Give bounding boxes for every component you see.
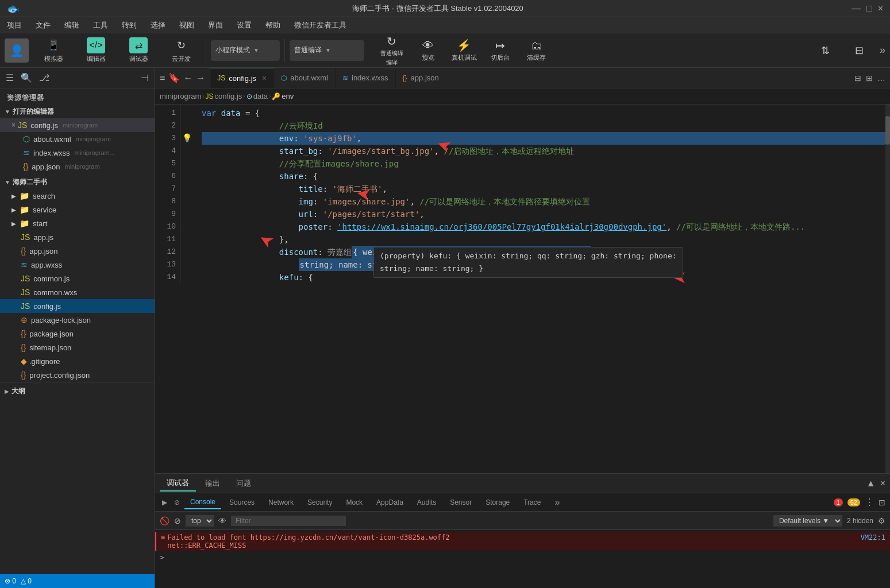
file-common-wxs[interactable]: JS common.wxs <box>0 285 155 299</box>
editor-list-icon[interactable]: ≡ <box>160 73 165 83</box>
clear-button[interactable]: 🗂 清缓存 <box>521 36 552 65</box>
code-editor-container[interactable]: 1 2 3 4 5 6 7 8 9 10 11 12 13 14 <box>155 105 890 473</box>
user-avatar[interactable]: 👤 <box>5 38 29 63</box>
devtools-tab-sources[interactable]: Sources <box>224 496 260 509</box>
editor-forward-icon[interactable]: → <box>196 73 205 83</box>
open-file-app-json[interactable]: {} app.json miniprogram <box>0 160 155 173</box>
preview-button[interactable]: 👁 预览 <box>412 36 444 65</box>
devtools-btn-run[interactable]: ▶ <box>160 498 169 506</box>
more-tabs-icon[interactable]: … <box>877 74 885 83</box>
layout-split-button[interactable]: ⊟ <box>843 36 875 65</box>
file-sitemap[interactable]: {} sitemap.json <box>0 341 155 354</box>
outline-header[interactable]: ▶ 大纲 <box>0 385 155 398</box>
editor-back-icon[interactable]: ← <box>183 73 192 83</box>
tab-index-wxss[interactable]: ≋ index.wxss <box>336 68 396 88</box>
maximize-button[interactable]: □ <box>866 3 872 14</box>
cloud-button[interactable]: ↻ 云开发 <box>161 36 201 65</box>
editor-button[interactable]: </> 编辑器 <box>76 36 116 65</box>
console-clear-btn[interactable]: 🚫 <box>160 516 169 525</box>
devtools-more-options[interactable]: ⋮ <box>865 497 874 508</box>
menu-edit[interactable]: 编辑 <box>62 19 82 32</box>
file-common-js[interactable]: JS common.js <box>0 272 155 285</box>
panel-close-icon[interactable]: × <box>880 478 885 489</box>
panel-tab-output[interactable]: 输出 <box>198 476 227 491</box>
folder-service[interactable]: ▶ 📁 service <box>0 203 155 216</box>
console-pause-btn[interactable]: ⊘ <box>174 516 181 525</box>
devtools-tab-security[interactable]: Security <box>302 496 338 509</box>
debugger-button[interactable]: ⇄ 调试器 <box>118 36 159 65</box>
file-package-json[interactable]: {} package.json <box>0 327 155 341</box>
breadcrumb-data[interactable]: data <box>253 92 268 100</box>
devtools-tab-storage[interactable]: Storage <box>480 496 515 509</box>
split-editor-icon[interactable]: ⊟ <box>854 74 861 83</box>
menu-project[interactable]: 项目 <box>5 19 24 32</box>
open-file-config-js[interactable]: × JS config.js miniprogram <box>0 118 155 132</box>
sidebar-branch-icon[interactable]: ⎇ <box>38 71 51 84</box>
minimize-button[interactable]: — <box>852 3 861 14</box>
open-file-about-wxml[interactable]: ⬡ about.wxml miniprogram <box>0 132 155 146</box>
devtools-tab-console[interactable]: Console <box>184 496 221 509</box>
devtools-tab-appdata[interactable]: AppData <box>371 496 409 509</box>
menu-wechat-devtools[interactable]: 微信开发者工具 <box>292 19 349 32</box>
tab-app-json[interactable]: {} app.json <box>396 68 453 88</box>
layout-toggle-button[interactable]: ⇅ <box>810 36 841 65</box>
console-eye-icon[interactable]: 👁 <box>218 516 226 525</box>
project-header[interactable]: ▼ 海师二手书 <box>0 176 155 189</box>
poster-url-link[interactable]: 'https://wx1.sinaimg.cn/orj360/005Pel77g… <box>337 220 666 233</box>
devtools-tab-mock[interactable]: Mock <box>340 496 368 509</box>
menu-tools[interactable]: 工具 <box>91 19 110 32</box>
sidebar-collapse-icon[interactable]: ⊣ <box>140 71 150 84</box>
panel-tab-problems[interactable]: 问题 <box>229 476 258 491</box>
toggle-panel-icon[interactable]: ⊞ <box>866 74 873 83</box>
menu-goto[interactable]: 转到 <box>120 19 139 32</box>
open-file-index-wxss[interactable]: ≋ index.wxss miniprogram... <box>0 146 155 160</box>
file-app-json[interactable]: {} app.json <box>0 244 155 258</box>
menu-select[interactable]: 选择 <box>148 19 168 32</box>
tab-config-js[interactable]: JS config.js × <box>210 68 274 88</box>
close-button[interactable]: × <box>878 3 883 14</box>
devtools-btn-stop[interactable]: ⊘ <box>172 498 182 506</box>
file-app-js[interactable]: JS app.js <box>0 230 155 244</box>
editor-scrollbar[interactable] <box>885 105 890 473</box>
devtools-tab-sensor[interactable]: Sensor <box>444 496 477 509</box>
file-gitignore[interactable]: ◆ .gitignore <box>0 354 155 368</box>
file-project-config[interactable]: {} project.config.json <box>0 368 155 382</box>
devtools-tab-network[interactable]: Network <box>263 496 299 509</box>
panel-expand-icon[interactable]: ▲ <box>866 478 876 489</box>
folder-start[interactable]: ▶ 📁 start <box>0 216 155 230</box>
compile-dropdown[interactable]: 普通编译 ▼ <box>290 40 364 61</box>
tab-about-wxml[interactable]: ⬡ about.wxml <box>274 68 336 88</box>
file-app-wxss[interactable]: ≋ app.wxss <box>0 258 155 272</box>
menu-settings[interactable]: 设置 <box>234 19 254 32</box>
menu-file[interactable]: 文件 <box>33 19 53 32</box>
mode-dropdown[interactable]: 小程序模式 ▼ <box>211 40 280 61</box>
editor-bookmark-icon[interactable]: 🔖 <box>168 72 180 83</box>
toolbar-expand-button[interactable]: » <box>880 44 885 56</box>
open-editors-header[interactable]: ▼ 打开的编辑器 <box>0 105 155 118</box>
simulator-button[interactable]: 📱 模拟器 <box>33 36 74 65</box>
console-context-select[interactable]: top <box>186 515 214 527</box>
sidebar-search-icon[interactable]: 🔍 <box>20 71 33 84</box>
console-filter-input[interactable] <box>231 516 346 526</box>
breadcrumb-miniprogram[interactable]: miniprogram <box>160 92 201 100</box>
folder-search[interactable]: ▶ 📁 search <box>0 189 155 203</box>
switch-button[interactable]: ↦ 切后台 <box>484 36 516 65</box>
console-prompt-row[interactable]: > <box>155 551 890 564</box>
menu-interface[interactable]: 界面 <box>206 19 225 32</box>
close-icon-config[interactable]: × <box>11 121 16 129</box>
compile-button[interactable]: ↻ 普通编译 编译 <box>376 36 407 65</box>
devtools-tab-audits[interactable]: Audits <box>411 496 442 509</box>
console-settings-icon[interactable]: ⚙ <box>878 516 885 525</box>
file-package-lock[interactable]: ⊕ package-lock.json <box>0 313 155 327</box>
devtools-more-tabs[interactable]: » <box>549 495 565 510</box>
tab-close-config[interactable]: × <box>262 74 267 83</box>
menu-help[interactable]: 帮助 <box>263 19 283 32</box>
menu-view[interactable]: 视图 <box>177 19 197 32</box>
file-config-js[interactable]: JS config.js <box>0 299 155 313</box>
console-level-select[interactable]: Default levels ▼ <box>773 515 842 527</box>
breadcrumb-config-js[interactable]: config.js <box>215 92 242 100</box>
devtools-dock-icon[interactable]: ⊡ <box>879 498 885 507</box>
sidebar-menu-icon[interactable]: ☰ <box>5 71 15 84</box>
realtest-button[interactable]: ⚡ 真机调试 <box>448 36 480 65</box>
panel-tab-debugger[interactable]: 调试器 <box>160 475 196 492</box>
